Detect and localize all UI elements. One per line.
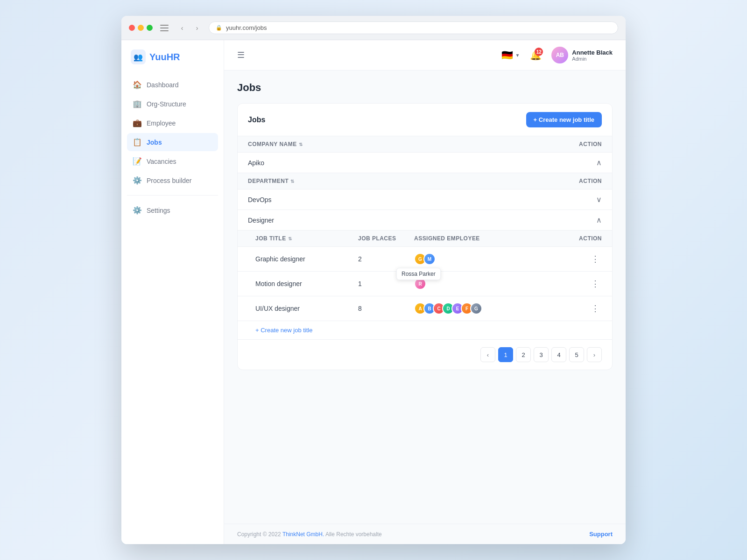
logo-area: 👥 YuuHR <box>121 49 224 76</box>
employee-tooltip: Rossa Parker <box>396 268 441 280</box>
sidebar-item-settings[interactable]: ⚙️ Settings <box>127 201 218 219</box>
job-title-uiux-designer: UI/UX designer <box>255 305 358 312</box>
job-places-motion-designer: 1 <box>358 280 414 287</box>
pagination-page-3[interactable]: 3 <box>534 347 549 362</box>
assigned-employee-column-header: Assigned employee <box>414 235 564 242</box>
org-structure-icon: 🏢 <box>133 99 142 108</box>
user-profile[interactable]: AB Annette Black Admin <box>551 47 613 63</box>
motion-designer-more-menu[interactable]: ⋮ <box>589 277 602 290</box>
dept-name-devops: DevOps <box>248 196 272 203</box>
action-column-header: Action <box>555 141 602 147</box>
dept-row-devops[interactable]: DevOps ∨ <box>238 189 612 210</box>
dept-action-column-header: Action <box>555 178 602 184</box>
footer-copyright: Copyright © 2022 ThinkNet GmbH. Alle Rec… <box>237 531 382 538</box>
sidebar-item-org-structure[interactable]: 🏢 Org-Structure <box>127 95 218 113</box>
main-content: ☰ 🇩🇪 ▼ 🔔 12 AB <box>224 40 626 544</box>
company-table-header: Company name ⇅ Action <box>238 136 612 153</box>
page-content: Jobs Jobs + Create new job title Company… <box>224 70 626 524</box>
department-sort-icon[interactable]: ⇅ <box>290 179 294 184</box>
jobs-card-title: Jobs <box>248 116 265 124</box>
job-places-uiux-designer: 8 <box>358 305 414 312</box>
company-name-sort-icon[interactable]: ⇅ <box>299 142 303 147</box>
designer-collapse-icon[interactable]: ∧ <box>596 216 602 224</box>
department-column-header: Department ⇅ <box>248 178 555 184</box>
sidebar-item-process-builder[interactable]: ⚙️ Process builder <box>127 171 218 189</box>
minimize-dot[interactable] <box>138 25 144 31</box>
sidebar: 👥 YuuHR 🏠 Dashboard 🏢 Org-Structure 💼 E <box>121 40 224 544</box>
jobs-icon: 📋 <box>133 138 142 147</box>
job-places-graphic-designer: 2 <box>358 255 414 263</box>
department-table-header: Department ⇅ Action <box>238 173 612 189</box>
dashboard-icon: 🏠 <box>133 80 142 89</box>
url-text: yuuhr.com/jobs <box>226 24 267 31</box>
job-title-sort-icon[interactable]: ⇅ <box>288 236 292 241</box>
support-link[interactable]: Support <box>589 531 613 538</box>
logo-text: YuuHR <box>149 52 180 63</box>
pagination-page-1[interactable]: 1 <box>498 347 513 362</box>
browser-toolbar: ‹ › 🔒 yuuhr.com/jobs <box>121 16 626 40</box>
job-places-column-header: Job places <box>358 235 414 242</box>
avatar-uiux-7: G <box>470 302 482 315</box>
pagination-prev-button[interactable]: ‹ <box>480 347 495 362</box>
page-title: Jobs <box>237 82 613 94</box>
create-job-link-button[interactable]: + Create new job title <box>255 327 312 334</box>
pagination: ‹ 1 2 3 4 5 › <box>238 340 612 370</box>
apiko-collapse-icon[interactable]: ∧ <box>596 158 602 167</box>
uiux-designer-more-menu[interactable]: ⋮ <box>589 302 602 315</box>
sidebar-item-vacancies[interactable]: 📝 Vacancies <box>127 152 218 170</box>
job-action-column-header: Action <box>564 235 602 242</box>
app-layout: 👥 YuuHR 🏠 Dashboard 🏢 Org-Structure 💼 E <box>121 40 626 544</box>
graphic-designer-more-menu[interactable]: ⋮ <box>589 252 602 266</box>
header-right: 🇩🇪 ▼ 🔔 12 AB Annette Black Admin <box>501 47 613 63</box>
assigned-avatars-graphic-designer: G M <box>414 253 564 265</box>
notification-button[interactable]: 🔔 12 <box>527 47 544 63</box>
devops-collapse-icon[interactable]: ∨ <box>596 195 602 204</box>
avatar: AB <box>551 47 568 63</box>
close-dot[interactable] <box>129 25 135 31</box>
job-title-motion-designer: Motion designer <box>255 280 358 287</box>
company-name-apiko: Apiko <box>248 159 264 167</box>
employee-icon: 💼 <box>133 119 142 127</box>
sidebar-item-employee[interactable]: 💼 Employee <box>127 114 218 132</box>
pagination-page-5[interactable]: 5 <box>569 347 584 362</box>
job-table-header: Job title ⇅ Job places Assigned employee… <box>238 231 612 247</box>
sidebar-item-jobs[interactable]: 📋 Jobs <box>127 133 218 151</box>
language-selector[interactable]: 🇩🇪 ▼ <box>501 49 520 61</box>
back-button[interactable]: ‹ <box>176 22 188 34</box>
maximize-dot[interactable] <box>147 25 153 31</box>
dept-row-designer[interactable]: Designer ∧ <box>238 210 612 231</box>
header: ☰ 🇩🇪 ▼ 🔔 12 AB <box>224 40 626 70</box>
job-title-graphic-designer: Graphic designer <box>255 255 358 263</box>
job-title-column-header: Job title ⇅ <box>255 235 358 242</box>
user-name: Annette Black <box>572 49 613 56</box>
sidebar-item-dashboard[interactable]: 🏠 Dashboard <box>127 76 218 94</box>
settings-icon: ⚙️ <box>133 206 142 215</box>
browser-window: ‹ › 🔒 yuuhr.com/jobs 👥 YuuHR 🏠 Dashbo <box>121 16 626 544</box>
user-role: Admin <box>572 56 613 62</box>
forward-button[interactable]: › <box>191 22 203 34</box>
create-job-title-button[interactable]: + Create new job title <box>526 112 602 127</box>
notification-badge: 12 <box>535 48 543 56</box>
footer: Copyright © 2022 ThinkNet GmbH. Alle Rec… <box>224 524 626 544</box>
address-bar[interactable]: 🔒 yuuhr.com/jobs <box>209 21 618 34</box>
nav-divider <box>127 195 218 196</box>
hamburger-icon[interactable]: ☰ <box>237 50 245 60</box>
flag-icon: 🇩🇪 <box>501 49 513 61</box>
header-left: ☰ <box>237 50 245 60</box>
user-info: Annette Black Admin <box>572 49 613 62</box>
pagination-page-4[interactable]: 4 <box>551 347 566 362</box>
avatar-2: M <box>423 253 436 265</box>
lock-icon: 🔒 <box>216 25 222 31</box>
sidebar-toggle-icon[interactable] <box>160 25 169 31</box>
company-name-column-header: Company name ⇅ <box>248 141 555 147</box>
vacancies-icon: 📝 <box>133 157 142 166</box>
create-job-link-row: + Create new job title <box>238 321 612 340</box>
pagination-page-2[interactable]: 2 <box>516 347 531 362</box>
footer-company-link[interactable]: ThinkNet GmbH. <box>282 531 324 538</box>
company-row-apiko[interactable]: Apiko ∧ <box>238 153 612 173</box>
lang-chevron-icon: ▼ <box>515 53 520 58</box>
job-row-uiux-designer: UI/UX designer 8 A B C D E F G ⋮ <box>238 296 612 321</box>
logo-icon: 👥 <box>131 49 146 64</box>
nav-items: 🏠 Dashboard 🏢 Org-Structure 💼 Employee 📋… <box>121 76 224 220</box>
pagination-next-button[interactable]: › <box>587 347 602 362</box>
